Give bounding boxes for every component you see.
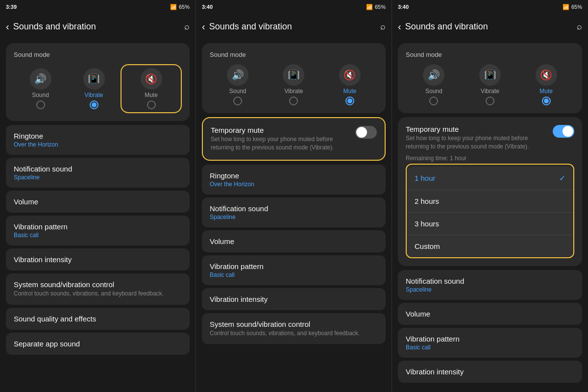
notification-sub-1: Spaceline	[14, 174, 182, 181]
mute-radio-3[interactable]	[542, 97, 551, 105]
vib-pattern-sub-2: Basic call	[210, 271, 378, 278]
volume-item-2[interactable]: Volume	[202, 230, 386, 252]
status-right-2: 📶 65%	[366, 4, 386, 10]
battery-3: 65%	[571, 4, 582, 10]
sound-icon-2: 🔊	[227, 64, 248, 86]
toggle-knob-2	[356, 127, 367, 138]
mute-radio-2[interactable]	[345, 97, 354, 105]
system-sound-desc-1: Control touch sounds, vibrations, and ke…	[14, 290, 182, 298]
vibrate-radio-1[interactable]	[90, 100, 98, 109]
dropdown-2hours-3[interactable]: 2 hours	[407, 190, 573, 213]
sound-mode-mute-3[interactable]: 🔇 Mute	[518, 64, 574, 105]
search-icon-2[interactable]: ⌕	[380, 22, 386, 32]
temp-mute-toggle-2[interactable]	[355, 126, 377, 139]
sound-radio-3[interactable]	[429, 97, 438, 105]
sound-mode-row-1: 🔊 Sound 📳 Vibrate 🔇 Mute	[14, 64, 182, 113]
back-button-2[interactable]: ‹	[202, 21, 205, 32]
ringtone-item-2[interactable]: Ringtone Over the Horizon	[202, 165, 386, 195]
vib-pattern-title-2: Vibration pattern	[210, 262, 378, 270]
sound-mode-mute-1[interactable]: 🔇 Mute	[121, 64, 182, 113]
vibrate-icon-3: 📳	[479, 64, 501, 86]
temp-mute-row-2: Temporary mute Set how long to keep your…	[211, 126, 377, 152]
sound-radio-1[interactable]	[36, 100, 45, 109]
page-title-2: Sounds and vibration	[209, 22, 380, 32]
option-1hour-label-3: 1 hour	[415, 174, 436, 182]
temp-mute-row-3: Temporary mute Set how long to keep your…	[406, 125, 574, 151]
volume-title-2: Volume	[210, 237, 378, 245]
content-1: Sound mode 🔊 Sound 📳 Vibrate 🔇 Mute	[0, 39, 196, 392]
ringtone-item-1[interactable]: Ringtone Over the Horizon	[6, 125, 190, 155]
sound-mode-vibrate-2[interactable]: 📳 Vibrate	[266, 64, 321, 105]
dropdown-card-3: 1 hour ✓ 2 hours 3 hours Custom	[407, 167, 573, 257]
content-2: Sound mode 🔊 Sound 📳 Vibrate 🔇 Mute	[196, 39, 392, 392]
temp-mute-card-3: Temporary mute Set how long to keep your…	[398, 117, 582, 266]
temp-mute-toggle-3[interactable]	[553, 125, 574, 138]
sound-mode-sound-3[interactable]: 🔊 Sound	[406, 64, 462, 105]
mute-icon-3: 🔇	[536, 64, 557, 86]
vibrate-radio-2[interactable]	[289, 97, 298, 105]
header-1: ‹ Sounds and vibration ⌕	[0, 14, 196, 39]
notification-title-2: Notification sound	[210, 204, 378, 213]
back-button-3[interactable]: ‹	[398, 21, 401, 32]
sound-mode-card-1: Sound mode 🔊 Sound 📳 Vibrate 🔇 Mute	[6, 43, 190, 121]
sound-radio-2[interactable]	[233, 97, 242, 105]
temp-mute-desc-3: Set how long to keep your phone muted be…	[406, 134, 549, 151]
vibrate-icon-2: 📳	[283, 64, 304, 86]
sound-icon-1: 🔊	[30, 68, 51, 90]
search-icon-3[interactable]: ⌕	[577, 22, 582, 32]
vib-pattern-item-3[interactable]: Vibration pattern Basic call	[398, 328, 582, 358]
battery-2: 65%	[375, 4, 386, 10]
vib-intensity-item-3[interactable]: Vibration intensity	[398, 361, 582, 383]
vib-intensity-title-3: Vibration intensity	[406, 368, 574, 376]
volume-item-3[interactable]: Volume	[398, 303, 582, 325]
sound-mode-title-1: Sound mode	[14, 51, 182, 58]
system-sound-item-2[interactable]: System sound/vibration control Control t…	[202, 313, 386, 344]
mute-label-2: Mute	[343, 88, 356, 95]
mute-label-3: Mute	[539, 88, 553, 95]
temp-mute-title-2: Temporary mute	[211, 126, 351, 134]
remaining-time-3: Remaining time: 1 hour	[406, 155, 574, 162]
vibrate-radio-3[interactable]	[486, 97, 494, 105]
sound-label-2: Sound	[229, 88, 246, 95]
vib-pattern-title-1: Vibration pattern	[14, 222, 182, 231]
sound-mode-vibrate-3[interactable]: 📳 Vibrate	[462, 64, 518, 105]
system-sound-item-1[interactable]: System sound/vibration control Control t…	[6, 273, 190, 305]
mute-label-1: Mute	[145, 92, 158, 98]
header-3: ‹ Sounds and vibration ⌕	[392, 14, 588, 39]
volume-item-1[interactable]: Volume	[6, 191, 190, 213]
sound-quality-title-1: Sound quality and effects	[14, 315, 182, 323]
vibration-pattern-item-1[interactable]: Vibration pattern Basic call	[6, 216, 190, 245]
vib-intensity-item-2[interactable]: Vibration intensity	[202, 288, 386, 310]
mute-radio-1[interactable]	[147, 100, 156, 109]
sound-mode-sound-2[interactable]: 🔊 Sound	[210, 64, 266, 105]
dropdown-1hour-3[interactable]: 1 hour ✓	[407, 167, 573, 190]
status-time-3: 3:40	[398, 4, 409, 10]
search-icon-1[interactable]: ⌕	[184, 22, 190, 32]
sound-quality-item-1[interactable]: Sound quality and effects	[6, 308, 190, 330]
vibrate-label-2: Vibrate	[285, 88, 303, 95]
vib-pattern-item-2[interactable]: Vibration pattern Basic call	[202, 255, 386, 285]
sound-label-1: Sound	[32, 92, 49, 98]
mute-icon-1: 🔇	[141, 68, 162, 90]
notification-sub-2: Spaceline	[210, 214, 378, 220]
sound-mode-sound-1[interactable]: 🔊 Sound	[14, 68, 67, 109]
vib-intensity-title-2: Vibration intensity	[210, 295, 378, 303]
separate-app-item-1[interactable]: Separate app sound	[6, 333, 190, 355]
sound-icon-3: 🔊	[423, 64, 444, 86]
vibrate-label-1: Vibrate	[85, 92, 103, 98]
toggle-knob-3	[563, 126, 573, 137]
panel-3: 3:40 📶 65% ‹ Sounds and vibration ⌕ Soun…	[392, 0, 588, 392]
sound-mode-vibrate-1[interactable]: 📳 Vibrate	[67, 68, 121, 109]
notification-item-2[interactable]: Notification sound Spaceline	[202, 197, 386, 227]
dropdown-3hours-3[interactable]: 3 hours	[407, 213, 573, 235]
back-button-1[interactable]: ‹	[6, 21, 9, 32]
ringtone-sub-2: Over the Horizon	[210, 181, 378, 188]
notification-item-3[interactable]: Notification sound Spaceline	[398, 270, 582, 300]
dropdown-custom-3[interactable]: Custom	[407, 235, 573, 257]
signal-icon-3: 📶	[563, 4, 569, 10]
sound-mode-mute-2[interactable]: 🔇 Mute	[322, 64, 378, 105]
volume-title-3: Volume	[406, 310, 574, 318]
vibration-intensity-item-1[interactable]: Vibration intensity	[6, 248, 190, 270]
notification-item-1[interactable]: Notification sound Spaceline	[6, 158, 190, 188]
option-3hours-label-3: 3 hours	[415, 220, 439, 228]
